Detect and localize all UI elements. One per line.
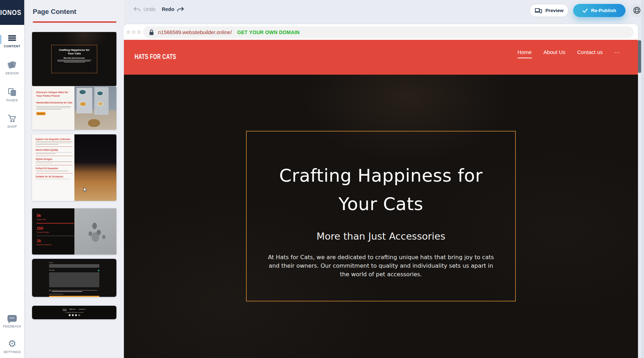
divider — [37, 223, 74, 224]
hero-body: At Hats for Cats, we are dedicated to cr… — [266, 253, 496, 279]
site-url: n1566589.websitebuilder.online/ — [158, 30, 232, 35]
divider — [36, 165, 73, 165]
panel-title: Page Content — [33, 8, 76, 16]
sidebar-item-settings[interactable]: ⚙ SETTINGS — [0, 339, 24, 354]
thumb-discover-subheading: Handcrafted Exclusively for Cats — [36, 101, 73, 104]
feedback-icon: ••• — [0, 314, 24, 323]
preview-label: Preview — [545, 8, 564, 13]
section-thumbnail-collection[interactable]: Explore Our Exquisite Collection Hand-Cr… — [32, 134, 116, 201]
thumb-stats-text: 5k Happy Cats 150 Unique Designs 1k Repe… — [37, 213, 74, 246]
paw-print-photo — [74, 208, 116, 255]
footer-links: Home About Us Contact us — [32, 308, 116, 311]
section-thumbnail-hero[interactable]: Crafting Happiness for Your Cats More th… — [32, 32, 116, 86]
undo-button[interactable]: Undo — [133, 6, 155, 12]
lock-icon — [149, 29, 154, 36]
stat-label: Happy Cats — [37, 218, 74, 220]
footer-copyright: ©Copyright. All rights reserved. — [32, 312, 116, 313]
undo-icon — [133, 6, 141, 12]
form-message-label: Message — [49, 269, 54, 271]
thumb-collection-text: Explore Our Exquisite Collection Hand-Cr… — [36, 138, 73, 180]
check-icon — [582, 9, 588, 13]
section-thumbnail-stats[interactable]: 5k Happy Cats 150 Unique Designs 1k Repe… — [32, 208, 116, 255]
sidebar-item-content[interactable]: CONTENT — [0, 33, 24, 48]
thumb-hero-title: Crafting Happiness for Your Cats — [52, 48, 97, 55]
text-placeholder — [36, 141, 73, 145]
site-logo[interactable]: HATS FOR CATS — [135, 52, 176, 61]
site-header: HATS FOR CATS Home About Us Contact us ⋯ — [124, 40, 638, 75]
form-send-button: Send — [49, 296, 99, 297]
stat-value: 5k — [37, 213, 74, 218]
get-domain-link[interactable]: GET YOUR OWN DOMAIN — [237, 30, 299, 35]
form-message-field — [49, 272, 99, 287]
republish-button[interactable]: Re-Publish — [573, 4, 625, 17]
text-placeholder — [36, 171, 73, 171]
nav-contact[interactable]: Contact us — [577, 49, 603, 58]
tabby-cat-photo — [74, 134, 116, 201]
gear-icon: ⚙ — [0, 339, 24, 348]
section-thumbnail-contact-form[interactable]: Name* Message Send — [32, 259, 116, 297]
section-thumbnail-footer[interactable]: Home About Us Contact us ©Copyright. All… — [32, 306, 116, 319]
design-icon — [0, 60, 24, 70]
nav-about[interactable]: About Us — [544, 49, 566, 58]
mouse-cursor — [83, 187, 88, 193]
browser-url-bar: n1566589.websitebuilder.online/ GET YOUR… — [124, 24, 638, 40]
ionos-logo[interactable]: IONOS — [0, 0, 24, 25]
text-placeholder — [57, 60, 91, 63]
text-placeholder — [36, 152, 73, 154]
thumb-section-heading: Hand-Crafted Quality — [36, 149, 73, 151]
divider — [37, 236, 74, 236]
nav-more-icon[interactable]: ⋯ — [614, 49, 620, 58]
form-required-note — [49, 294, 63, 295]
address-pill[interactable]: n1566589.websitebuilder.online/ GET YOUR… — [143, 26, 634, 38]
thumb-section-heading: Suitable for All Occasions — [36, 175, 73, 178]
stat-label: Repeat Customers — [37, 244, 74, 246]
pages-icon — [0, 87, 24, 97]
thumb-section-heading: Perfect Fit Guarantee — [36, 167, 73, 170]
sidebar-item-label: SHOP — [0, 125, 24, 128]
undo-label: Undo — [143, 6, 155, 12]
thumb-form: Name* Message Send — [49, 262, 99, 297]
editor-toolbar: Undo Redo Preview Re-Publish — [124, 0, 644, 24]
site-preview-window: n1566589.websitebuilder.online/ GET YOUR… — [124, 24, 638, 358]
checkbox — [49, 290, 51, 291]
thumb-section-heading: Stylish Designs — [36, 158, 73, 160]
stat-value: 150 — [37, 226, 74, 230]
nav-home[interactable]: Home — [518, 49, 532, 58]
ionos-logo-text: IONOS — [0, 8, 21, 17]
divider — [36, 146, 73, 147]
redo-button[interactable]: Redo — [162, 6, 184, 12]
thumb-hero-subtitle: More than Just Accessories — [52, 57, 97, 59]
site-nav: Home About Us Contact us ⋯ — [518, 49, 620, 58]
app-sidebar: IONOS CONTENT DESIGN PAGES SHOP ••• FEED… — [0, 0, 24, 358]
sidebar-item-label: DESIGN — [0, 71, 24, 75]
footer-social-icons — [32, 314, 116, 316]
text-placeholder — [36, 179, 73, 180]
sidebar-item-shop[interactable]: SHOP — [0, 114, 24, 128]
form-name-field — [49, 264, 99, 268]
text-placeholder — [36, 161, 73, 163]
preview-button[interactable]: Preview — [529, 4, 569, 17]
section-thumbnail-discover[interactable]: Discover Unique Hats for Your Feline Fri… — [32, 86, 116, 130]
text-placeholder — [36, 106, 71, 109]
form-consent-row — [49, 289, 99, 293]
window-dots — [126, 30, 141, 34]
sidebar-item-pages[interactable]: PAGES — [0, 87, 24, 102]
page-content-panel: Page Content Crafting Happiness for Your… — [24, 0, 124, 358]
thumb-shop-button: Shop Now — [36, 112, 46, 115]
form-name-label: Name* — [49, 262, 99, 263]
redo-label: Redo — [162, 6, 174, 12]
sidebar-item-feedback[interactable]: ••• FEEDBACK — [0, 314, 24, 328]
divider — [36, 156, 73, 156]
cart-icon — [0, 114, 24, 123]
panel-title-underline — [33, 21, 116, 23]
sidebar-item-design[interactable]: DESIGN — [0, 60, 24, 75]
sidebar-item-label: SETTINGS — [0, 350, 24, 354]
scrollbar-track — [641, 0, 644, 358]
globe-icon — [633, 6, 641, 15]
thumb-discover-text: Discover Unique Hats for Your Feline Fri… — [36, 91, 73, 115]
hero-subtitle: More than Just Accessories — [247, 231, 515, 242]
hero-selection-box[interactable]: Crafting Happiness for Your Cats More th… — [246, 131, 516, 301]
redo-icon — [177, 6, 184, 12]
scrollbar-thumb[interactable] — [638, 40, 641, 73]
thumb-section-heading: Explore Our Exquisite Collection — [36, 138, 73, 140]
